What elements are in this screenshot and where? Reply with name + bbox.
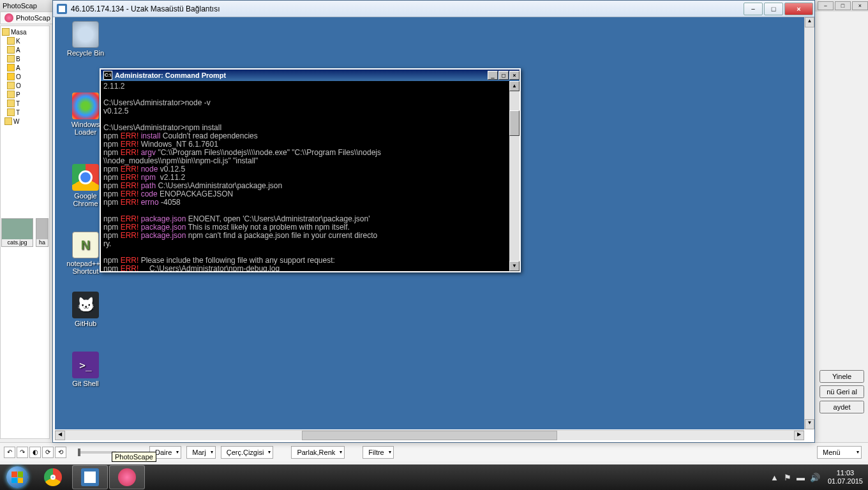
cmd-close-button[interactable]: × [509, 71, 520, 80]
scroll-down-icon[interactable]: ▼ [509, 261, 520, 271]
zoom-slider[interactable] [78, 451, 116, 454]
cmd-text: npm [103, 140, 121, 149]
action-center-icon[interactable]: ⚑ [784, 473, 791, 482]
rdp-scrollbar-h[interactable]: ◀ ▶ [55, 430, 804, 440]
cmd-err: ERR! [121, 264, 139, 271]
cmd-text: This is most likely not a problem with n… [186, 223, 350, 232]
rdp-scrollbar-v[interactable]: ▲ ▼ [804, 17, 814, 429]
cmd-cat: package.json [138, 214, 186, 223]
tree-item[interactable]: O [16, 73, 21, 80]
scroll-left-icon[interactable]: ◀ [55, 431, 65, 440]
tree-item[interactable]: A [16, 64, 20, 71]
git-shell-icon[interactable]: Git Shell [63, 352, 108, 387]
outer-max-button[interactable]: □ [835, 1, 851, 10]
undo-icon[interactable]: ↶ [4, 447, 15, 458]
redo-button[interactable]: Yinele [819, 370, 864, 383]
tree-item[interactable]: B [16, 56, 20, 63]
cmd-text: "C:\\Program Files\\nodejs\\\\node.exe" … [156, 148, 381, 157]
tree-item[interactable]: P [16, 91, 20, 98]
rotate-cw-icon[interactable]: ⟲ [55, 447, 66, 458]
start-button[interactable] [0, 464, 34, 490]
taskbar-photoscape[interactable] [109, 465, 145, 489]
network-icon[interactable]: ▬ [797, 473, 805, 482]
taskbar: ▲ ⚑ ▬ 🔊 11:03 01.07.2015 [0, 464, 868, 490]
filter-dropdown[interactable]: Filtre [363, 446, 393, 459]
scroll-up-icon[interactable]: ▲ [805, 17, 814, 27]
scroll-down-icon[interactable]: ▼ [805, 419, 814, 429]
rdp-titlebar[interactable]: 46.105.174.134 - Uzak Masaüstü Bağlantıs… [53, 1, 814, 17]
outer-close-button[interactable]: × [852, 1, 868, 10]
cmd-line: v0.12.5 [103, 107, 128, 115]
scroll-track[interactable] [509, 91, 520, 261]
folder-icon [7, 108, 15, 116]
taskbar-chrome[interactable] [35, 465, 71, 489]
tree-item[interactable]: A [16, 47, 20, 54]
margin-dropdown[interactable]: Marj [186, 446, 215, 459]
cmd-output[interactable]: 2.11.2 C:\Users\Administrator>node -v v0… [101, 81, 509, 271]
icon-label: Git Shell [72, 380, 99, 387]
folder-icon [7, 46, 15, 54]
tray-overflow-icon[interactable]: ▲ [770, 473, 779, 482]
tree-item[interactable]: T [16, 100, 20, 107]
tree-root[interactable]: Masa [11, 29, 26, 36]
scroll-thumb[interactable] [302, 431, 557, 440]
folder-icon [7, 37, 15, 45]
cmd-line: C:\Users\Administrator>npm install [103, 123, 221, 132]
redo-icon[interactable]: ↷ [17, 447, 28, 458]
photoscape-title: PhotoScap [3, 2, 37, 10]
cmd-scrollbar[interactable]: ▲ ▼ [509, 81, 520, 271]
folder-icon [7, 100, 15, 107]
outer-min-button[interactable]: − [818, 1, 834, 10]
save-button[interactable]: aydet [819, 401, 864, 413]
volume-icon[interactable]: 🔊 [810, 473, 820, 482]
undo-all-button[interactable]: nü Geri al [819, 385, 864, 398]
cmd-max-button[interactable]: □ [498, 71, 509, 80]
scroll-up-icon[interactable]: ▲ [509, 81, 520, 91]
rotate-ccw-icon[interactable]: ⟳ [42, 447, 54, 458]
menu-dropdown[interactable]: Menü [817, 446, 862, 459]
tooltip: PhotoScape [112, 452, 156, 462]
cmd-err: ERR! [121, 173, 139, 182]
tree-item[interactable]: K [16, 38, 20, 45]
cmd-icon: C:\ [103, 71, 112, 80]
cmd-err: ERR! [121, 198, 139, 207]
photoscape-tab-label: PhotoScap [16, 14, 50, 22]
github-icon[interactable]: GitHub [63, 292, 108, 327]
cmd-err: ERR! [121, 140, 139, 149]
cmd-text: C:\Users\Administrator\npm-debug.log [138, 264, 280, 271]
cmd-err: ERR! [121, 256, 139, 265]
photoscape-tab[interactable]: PhotoScap [0, 11, 55, 24]
scroll-right-icon[interactable]: ▶ [794, 431, 804, 440]
rdp-max-button[interactable]: □ [764, 3, 783, 15]
taskbar-clock[interactable]: 11:03 01.07.2015 [828, 469, 863, 486]
icon-label: notepad++ - Shortcut [66, 260, 104, 275]
bright-color-dropdown[interactable]: Parlak,Renk [291, 446, 345, 459]
cmd-cat: errno [138, 198, 158, 207]
thumbnail[interactable]: ha [36, 218, 49, 247]
cmd-min-button[interactable]: _ [488, 71, 498, 80]
cmd-err: ERR! [121, 181, 139, 190]
cmd-text: npm [103, 181, 121, 190]
thumbnail[interactable]: cats.jpg [1, 218, 33, 247]
tree-item[interactable]: O [16, 82, 21, 89]
folder-icon [7, 55, 15, 63]
frame-dropdown[interactable]: Çerç.Çizgisi [221, 446, 274, 459]
cmd-line: ry. [103, 239, 111, 248]
cmd-line: C:\Users\Administrator>node -v [103, 98, 211, 107]
rdp-close-button[interactable]: × [784, 3, 813, 15]
cmd-text: npm [103, 256, 121, 265]
cmd-titlebar[interactable]: C:\ Administrator: Command Prompt _ □ × [101, 70, 520, 81]
rdp-min-button[interactable]: − [744, 3, 763, 15]
tree-item[interactable]: T [16, 109, 20, 116]
icon-label: GitHub [75, 320, 96, 327]
cmd-text: npm [103, 148, 121, 157]
tree-item[interactable]: W [13, 118, 19, 125]
contrast-icon[interactable]: ◐ [29, 447, 41, 458]
remote-desktop[interactable]: Recycle Bin Windows Loader Google Chrome… [55, 17, 812, 429]
scroll-thumb[interactable] [509, 110, 520, 136]
cmd-cat: npm [138, 173, 158, 182]
recycle-bin-icon[interactable]: Recycle Bin [63, 21, 108, 57]
taskbar-rdp[interactable] [72, 465, 108, 489]
cmd-text: npm [103, 189, 121, 198]
cmd-title: Administrator: Command Prompt [115, 71, 226, 79]
